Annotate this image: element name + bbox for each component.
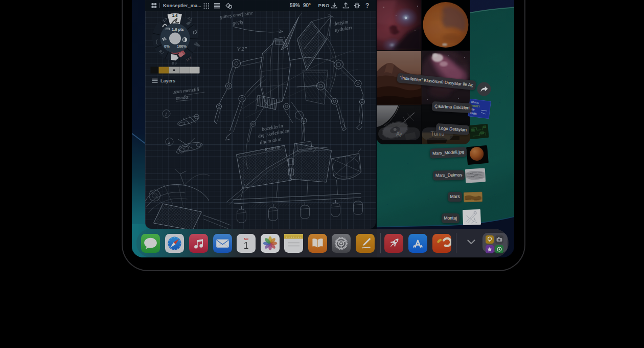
svg-text:0%: 0%: [164, 44, 170, 49]
svg-text:1: 1: [165, 112, 167, 117]
svg-text:V·2”: V·2”: [237, 46, 247, 52]
svg-text:90°: 90°: [303, 3, 311, 8]
svg-text:59%: 59%: [290, 3, 300, 8]
svg-text:PRO: PRO: [318, 3, 329, 8]
svg-text:geçiş: geçiş: [232, 19, 243, 26]
svg-text:8 9: 8 9: [172, 61, 176, 65]
svg-text:Konseptler_ma...: Konseptler_ma...: [163, 3, 201, 8]
svg-text:2: 2: [168, 140, 170, 145]
svg-text:Layers: Layers: [160, 78, 175, 83]
svg-text:1.6: 1.6: [172, 13, 178, 18]
svg-text:1: 1: [244, 241, 249, 251]
svg-text:1.6 pts: 1.6 pts: [172, 27, 184, 32]
svg-text:?: ?: [365, 2, 369, 9]
svg-text:100%: 100%: [177, 44, 187, 49]
svg-text:Sal: Sal: [244, 237, 248, 240]
